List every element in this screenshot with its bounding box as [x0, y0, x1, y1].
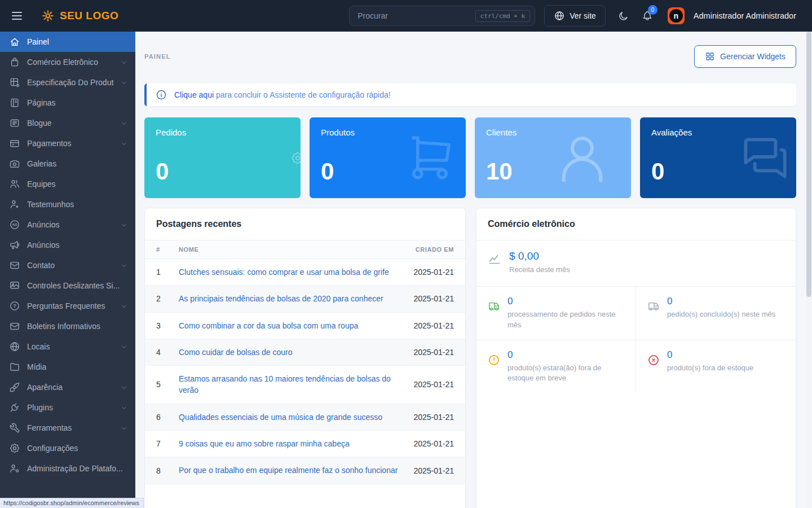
users-icon [9, 178, 20, 190]
table-row: 8Por que o trabalho em equipe realmente … [145, 457, 465, 484]
chevron-down-icon [121, 140, 127, 147]
post-created-date: 2025-01-21 [407, 380, 454, 389]
sidebar-item-label: Boletins Informativos [27, 322, 127, 331]
sidebar-item-apar-ncia[interactable]: Aparência [0, 377, 135, 397]
chevron-down-icon [121, 424, 127, 431]
messages-icon [736, 130, 792, 186]
sidebar-item-label: Locais [27, 342, 114, 351]
topbar: SEU LOGO ctrl/cmd + k Ver site 0 n Admin… [0, 0, 812, 32]
setup-wizard-alert[interactable]: Clique aqui para concluir o Assistente d… [144, 84, 796, 106]
user-name[interactable]: Administrador Administrador [694, 11, 796, 20]
sidebar-item-label: Contato [27, 261, 114, 270]
logo-text: SEU LOGO [60, 10, 118, 22]
info-icon [156, 89, 167, 100]
article-icon [9, 117, 20, 129]
post-number: 6 [156, 413, 179, 422]
post-title-link[interactable]: Como combinar a cor da sua bolsa com uma… [179, 320, 407, 331]
stat-card-avalia-es[interactable]: Avaliações0 [640, 117, 796, 198]
sidebar-item-label: Especificação Do Produto [27, 78, 114, 87]
svg-text:?: ? [13, 303, 16, 309]
table-row: 4Como cuidar de bolsas de couro2025-01-2… [145, 339, 465, 366]
ecommerce-stat-value: 0 [667, 349, 753, 361]
stat-card-pedidos[interactable]: Pedidos0 [144, 117, 301, 198]
revenue-label: Receita deste mês [509, 265, 570, 275]
shopping-bag-icon [9, 56, 20, 68]
post-title-link[interactable]: 9 coisas que eu amo sobre raspar minha c… [179, 438, 407, 449]
post-title-link[interactable]: Estamos arrasando nas 10 maiores tendênc… [179, 373, 407, 396]
alert-link[interactable]: Clique aqui [174, 90, 214, 99]
stat-card-label: Pedidos [156, 128, 289, 137]
sidebar-item-blogue[interactable]: Blogue [0, 113, 135, 133]
sidebar-item-an-ncios[interactable]: Anúncios [0, 235, 135, 255]
chevron-down-icon [121, 79, 127, 86]
user-icon [553, 128, 612, 187]
chevron-down-icon [121, 59, 127, 65]
megaphone-icon [9, 239, 20, 251]
user-cog-icon [9, 463, 20, 474]
avatar[interactable]: n [668, 7, 685, 24]
sidebar-item-controles-deslizantes-si[interactable]: Controles Deslizantes Si... [0, 275, 135, 296]
sidebar-item-label: Galerias [27, 159, 127, 168]
manage-widgets-button[interactable]: Gerenciar Widgets [694, 45, 796, 68]
sidebar-item-p-ginas[interactable]: Páginas [0, 93, 135, 113]
globe-icon [554, 10, 565, 21]
post-title-link[interactable]: As principais tendências de bolsas de 20… [179, 293, 407, 304]
scrollbar-thumb[interactable] [806, 32, 811, 297]
search-input[interactable] [358, 11, 471, 20]
post-created-date: 2025-01-21 [407, 439, 454, 448]
truck-icon [488, 300, 500, 313]
ecommerce-stat-label: produto(s) estará(ão) fora de estoque em… [508, 363, 625, 384]
sidebar-item-administra-o-de-platafo[interactable]: Administração De Platafo... [0, 458, 135, 479]
post-title-link[interactable]: Qualidades essenciais de uma música de g… [179, 411, 407, 423]
folder-icon [9, 361, 20, 373]
logo[interactable]: SEU LOGO [41, 8, 118, 23]
view-site-button[interactable]: Ver site [544, 5, 606, 27]
post-number: 7 [156, 439, 179, 448]
status-url: https://codigosbr.shop/admin/ecommerce/r… [0, 498, 144, 508]
chevron-down-icon [121, 404, 127, 411]
sidebar-item-configura-es[interactable]: Configurações [0, 438, 135, 458]
chevron-down-icon [121, 221, 127, 228]
sidebar-item-especifica-o-do-produto[interactable]: Especificação Do Produto [0, 72, 135, 93]
vertical-scrollbar[interactable] [806, 32, 811, 508]
breadcrumb: PAINEL [144, 53, 171, 60]
ecommerce-stat: 0processamento de pedidos neste mês [476, 287, 636, 340]
recent-posts-panel: Postagens recentes # NOME CRIADO EM 1Clu… [144, 208, 466, 508]
dark-mode-toggle[interactable] [618, 10, 629, 21]
sidebar-item-label: Controles Deslizantes Si... [27, 281, 127, 290]
post-title-link[interactable]: Por que o trabalho em equipe realmente f… [179, 465, 407, 476]
sidebar-item-testemunhos[interactable]: Testemunhos [0, 194, 135, 214]
sidebar-item-perguntas-frequentes[interactable]: ?Perguntas Frequentes [0, 296, 135, 316]
sidebar-item-locais[interactable]: Locais [0, 336, 135, 357]
search-box[interactable]: ctrl/cmd + k [349, 6, 535, 26]
sidebar-item-plugins[interactable]: Plugins [0, 397, 135, 418]
ecommerce-stat-label: processamento de pedidos neste mês [508, 309, 625, 331]
stat-cards-row: Pedidos0Produtos0Clientes10Avaliações0 [144, 117, 796, 198]
sidebar-item-m-dia[interactable]: Mídia [0, 357, 135, 377]
sidebar-item-contato[interactable]: Contato [0, 255, 135, 275]
sidebar-item-painel[interactable]: Painel [0, 32, 135, 52]
sidebar-item-ferramentas[interactable]: Ferramentas [0, 418, 135, 438]
sidebar-item-boletins-informativos[interactable]: Boletins Informativos [0, 316, 135, 336]
menu-icon[interactable] [10, 9, 24, 23]
revenue-value: $ 0,00 [509, 250, 570, 262]
sidebar-item-com-rcio-eletr-nico[interactable]: Comércio Eletrônico [0, 52, 135, 72]
sidebar-item-label: Perguntas Frequentes [27, 301, 114, 310]
stat-card-produtos[interactable]: Produtos0 [310, 117, 466, 198]
sidebar-item-pagamentos[interactable]: Pagamentos [0, 133, 135, 154]
chevron-down-icon [121, 343, 127, 350]
notifications-button[interactable]: 0 [642, 10, 653, 21]
alert-text: Clique aqui para concluir o Assistente d… [174, 90, 391, 99]
manage-widgets-label: Gerenciar Widgets [720, 52, 785, 61]
sidebar-item-equipes[interactable]: Equipes [0, 174, 135, 194]
sidebar-item-an-ncios[interactable]: ADAnúncios [0, 214, 135, 235]
post-title-link[interactable]: Clutches sensuais: como comprar e usar u… [179, 266, 407, 278]
stat-card-clientes[interactable]: Clientes10 [475, 117, 631, 198]
post-title-link[interactable]: Como cuidar de bolsas de couro [179, 347, 407, 358]
post-created-date: 2025-01-21 [407, 348, 454, 357]
sidebar-item-label: Anúncios [27, 240, 127, 249]
main-content: PAINEL Gerenciar Widgets Clique aqui par… [135, 32, 812, 508]
sidebar-item-galerias[interactable]: Galerias [0, 154, 135, 174]
user-star-icon [9, 199, 20, 210]
wrench-icon [9, 422, 20, 433]
